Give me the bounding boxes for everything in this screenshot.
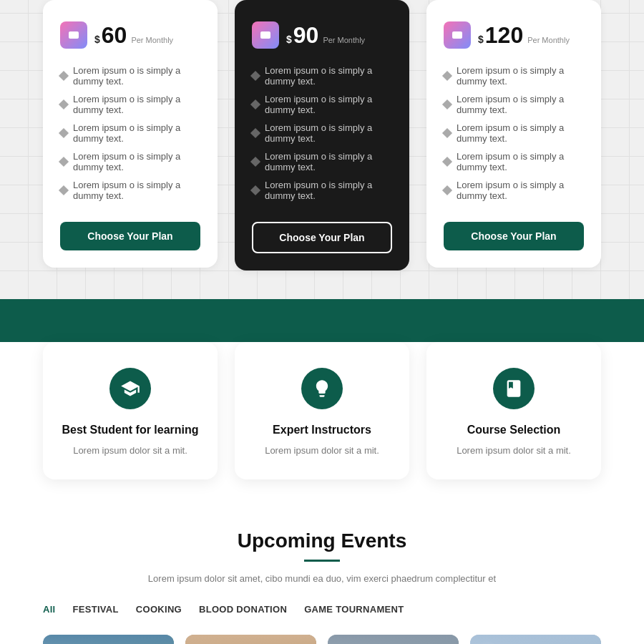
pricing-section: $ 60 Per Monthly Lorem ipsum o is simply… xyxy=(0,0,644,299)
feature-item: Lorem ipsum o is simply a dummy text. xyxy=(60,176,200,205)
diamond-icon xyxy=(250,99,260,109)
feature-item: Lorem ipsum o is simply a dummy text. xyxy=(60,147,200,176)
feature-item: Lorem ipsum o is simply a dummy text. xyxy=(444,62,584,90)
pricing-card-1: $ 60 Per Monthly Lorem ipsum o is simply… xyxy=(43,0,218,268)
price-display-2: $ 90 Per Monthly xyxy=(286,24,365,47)
price-display-1: $ 60 Per Monthly xyxy=(94,24,173,47)
pricing-header-3: $ 120 Per Monthly xyxy=(444,21,584,49)
price-period-1: Per Monthly xyxy=(131,36,173,44)
price-icon-3 xyxy=(444,21,471,49)
diamond-icon xyxy=(250,128,260,138)
feature-item: Lorem ipsum o is simply a dummy text. xyxy=(252,147,392,176)
feature-item: Lorem ipsum o is simply a dummy text. xyxy=(252,62,392,90)
events-subtitle: Lorem ipsum dolor sit amet, cibo mundi e… xyxy=(43,573,601,584)
tab-blood-donation[interactable]: BLOOD DONATION xyxy=(199,604,287,618)
feature-desc-course: Lorem ipsum dolor sit a mit. xyxy=(444,444,584,458)
feature-item: Lorem ipsum o is simply a dummy text. xyxy=(60,90,200,119)
feature-card-course: Course Selection Lorem ipsum dolor sit a… xyxy=(426,342,601,479)
feature-item: Lorem ipsum o is simply a dummy text. xyxy=(252,90,392,119)
diamond-icon xyxy=(59,99,69,109)
feature-title-course: Course Selection xyxy=(444,424,584,436)
tab-game-tournament[interactable]: GAME TOURNAMENT xyxy=(304,604,404,618)
events-title-underline xyxy=(304,560,340,562)
feature-card-instructor: Expert Instructors Lorem ipsum dolor sit… xyxy=(235,342,409,479)
event-card-medical: 🧸 xyxy=(470,635,601,645)
price-period-2: Per Monthly xyxy=(323,36,365,44)
diamond-icon xyxy=(59,128,69,138)
feature-item: Lorem ipsum o is simply a dummy text. xyxy=(444,147,584,176)
diamond-icon xyxy=(59,157,69,167)
features-section: Best Student for learning Lorem ipsum do… xyxy=(0,342,644,522)
feature-item: Lorem ipsum o is simply a dummy text. xyxy=(444,90,584,119)
instructor-icon-circle xyxy=(301,368,343,409)
feature-item: Lorem ipsum o is simply a dummy text. xyxy=(444,176,584,205)
feature-desc-instructor: Lorem ipsum dolor sit a mit. xyxy=(252,444,392,458)
events-grid: 🧸 xyxy=(43,635,601,645)
diamond-icon xyxy=(442,71,452,81)
choose-plan-button-1[interactable]: Choose Your Plan xyxy=(60,222,200,250)
student-icon-circle xyxy=(109,368,151,409)
choose-plan-button-2[interactable]: Choose Your Plan xyxy=(252,222,392,253)
diamond-icon xyxy=(442,99,452,109)
price-amount-3: 120 xyxy=(485,24,523,47)
price-amount-1: 60 xyxy=(102,24,127,47)
diamond-icon xyxy=(250,157,260,167)
svg-rect-1 xyxy=(260,31,270,39)
feature-title-instructor: Expert Instructors xyxy=(252,424,392,436)
diamond-icon xyxy=(442,128,452,138)
diamond-icon xyxy=(250,185,260,195)
events-section: Upcoming Events Lorem ipsum dolor sit am… xyxy=(0,522,644,645)
price-icon-1 xyxy=(60,21,87,49)
features-list-3: Lorem ipsum o is simply a dummy text. Lo… xyxy=(444,62,584,205)
course-icon-circle xyxy=(493,368,535,409)
pricing-card-3: $ 120 Per Monthly Lorem ipsum o is simpl… xyxy=(426,0,601,268)
event-card-sport xyxy=(328,635,459,645)
feature-item: Lorem ipsum o is simply a dummy text. xyxy=(60,62,200,90)
price-display-3: $ 120 Per Monthly xyxy=(478,24,570,47)
feature-card-student: Best Student for learning Lorem ipsum do… xyxy=(43,342,218,479)
pricing-header-1: $ 60 Per Monthly xyxy=(60,21,200,49)
currency-2: $ xyxy=(286,34,292,45)
pricing-header-2: $ 90 Per Monthly xyxy=(252,21,392,49)
event-card-cooking xyxy=(185,635,316,645)
currency-1: $ xyxy=(94,34,100,45)
events-section-title: Upcoming Events xyxy=(43,530,601,552)
price-period-3: Per Monthly xyxy=(527,36,570,44)
diamond-icon xyxy=(442,185,452,195)
feature-desc-student: Lorem ipsum dolor sit a mit. xyxy=(60,444,200,458)
features-list-1: Lorem ipsum o is simply a dummy text. Lo… xyxy=(60,62,200,205)
tab-festival[interactable]: FESTIVAL xyxy=(73,604,119,618)
diamond-icon xyxy=(59,185,69,195)
pricing-card-2: $ 90 Per Monthly Lorem ipsum o is simply… xyxy=(235,0,409,270)
feature-item: Lorem ipsum o is simply a dummy text. xyxy=(252,119,392,147)
diamond-icon xyxy=(59,71,69,81)
tab-cooking[interactable]: COOKING xyxy=(136,604,182,618)
feature-item: Lorem ipsum o is simply a dummy text. xyxy=(252,176,392,205)
feature-title-student: Best Student for learning xyxy=(60,424,200,436)
svg-rect-2 xyxy=(452,31,462,39)
price-icon-2 xyxy=(252,21,279,49)
choose-plan-button-3[interactable]: Choose Your Plan xyxy=(444,222,584,250)
svg-rect-0 xyxy=(69,31,79,39)
features-list-2: Lorem ipsum o is simply a dummy text. Lo… xyxy=(252,62,392,205)
diamond-icon xyxy=(250,71,260,81)
events-tabs: All FESTIVAL COOKING BLOOD DONATION GAME… xyxy=(43,604,601,618)
currency-3: $ xyxy=(478,34,484,45)
diamond-icon xyxy=(442,157,452,167)
event-card-festival xyxy=(43,635,174,645)
feature-item: Lorem ipsum o is simply a dummy text. xyxy=(60,119,200,147)
price-amount-2: 90 xyxy=(293,24,319,47)
feature-item: Lorem ipsum o is simply a dummy text. xyxy=(444,119,584,147)
tab-all[interactable]: All xyxy=(43,604,56,618)
